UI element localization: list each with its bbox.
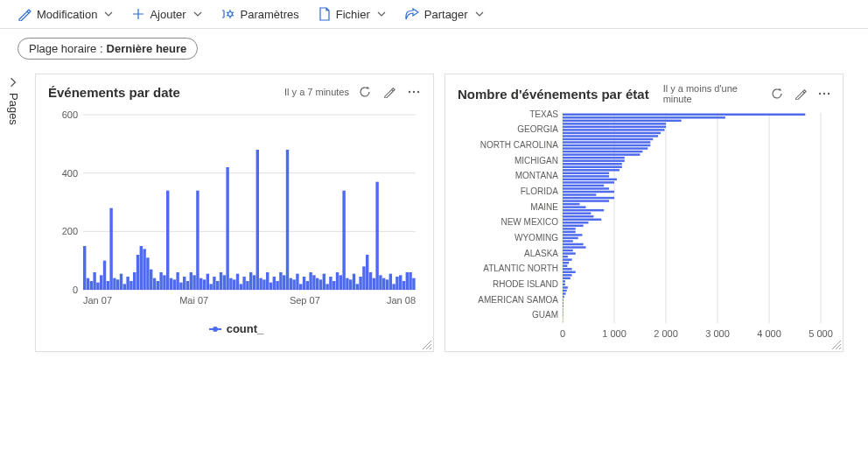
svg-rect-70 (276, 281, 278, 290)
chevron-right-icon[interactable] (8, 77, 18, 88)
svg-rect-102 (382, 278, 385, 290)
svg-rect-66 (262, 279, 265, 290)
svg-rect-60 (242, 277, 245, 290)
refresh-button[interactable] (769, 85, 786, 102)
svg-rect-80 (309, 272, 312, 290)
svg-text:5 000: 5 000 (808, 328, 833, 339)
svg-rect-111 (412, 278, 415, 290)
svg-rect-58 (236, 274, 239, 290)
svg-rect-188 (563, 258, 572, 260)
svg-rect-189 (563, 262, 569, 264)
svg-rect-177 (563, 231, 576, 233)
svg-rect-96 (362, 266, 365, 290)
svg-rect-24 (123, 284, 126, 290)
svg-rect-95 (359, 277, 361, 290)
svg-text:Mai 07: Mai 07 (179, 295, 208, 306)
svg-rect-57 (233, 279, 235, 290)
svg-rect-31 (146, 257, 149, 290)
resize-handle[interactable] (832, 341, 841, 349)
svg-rect-56 (229, 278, 232, 290)
svg-rect-135 (563, 123, 666, 124)
svg-rect-37 (166, 191, 169, 290)
svg-rect-181 (563, 240, 573, 242)
svg-rect-61 (246, 281, 248, 290)
svg-rect-46 (196, 191, 199, 290)
svg-text:Jan 07: Jan 07 (83, 295, 112, 306)
svg-text:NEW MEXICO: NEW MEXICO (500, 217, 558, 227)
svg-rect-19 (107, 281, 109, 290)
svg-rect-134 (563, 120, 682, 122)
timerange-pill[interactable]: Plage horaire : Dernière heure (18, 38, 198, 60)
svg-rect-191 (563, 268, 572, 270)
svg-rect-48 (203, 279, 206, 290)
share-label: Partager (424, 8, 468, 21)
svg-text:Sep 07: Sep 07 (290, 295, 320, 306)
svg-text:MONTANA: MONTANA (515, 171, 559, 180)
svg-rect-170 (563, 212, 591, 214)
more-button[interactable] (816, 85, 832, 102)
plus-icon (132, 8, 144, 20)
svg-rect-68 (270, 283, 272, 290)
chart-legend: count_ (48, 322, 424, 335)
card-timestamp: Il y a moins d'une minute (663, 83, 762, 104)
svg-rect-65 (259, 278, 262, 290)
refresh-button[interactable] (356, 83, 374, 101)
svg-text:FLORIDA: FLORIDA (521, 186, 559, 196)
svg-rect-26 (130, 281, 132, 290)
svg-rect-140 (563, 135, 658, 137)
svg-rect-36 (163, 275, 165, 290)
svg-rect-43 (186, 281, 189, 290)
resize-handle[interactable] (423, 341, 431, 349)
svg-point-1 (409, 91, 410, 93)
svg-rect-54 (223, 275, 226, 290)
svg-rect-15 (93, 272, 95, 290)
svg-rect-143 (563, 144, 650, 146)
svg-rect-47 (200, 278, 202, 290)
svg-rect-79 (306, 281, 309, 290)
svg-rect-33 (153, 278, 156, 290)
edit-tile-button[interactable] (381, 83, 398, 101)
file-button[interactable]: Fichier (318, 7, 386, 21)
svg-rect-100 (375, 182, 378, 290)
svg-rect-12 (83, 246, 86, 290)
svg-rect-69 (273, 277, 276, 290)
add-button[interactable]: Ajouter (132, 8, 201, 21)
svg-rect-131 (563, 114, 805, 116)
svg-rect-139 (563, 132, 661, 134)
svg-rect-74 (290, 278, 292, 290)
more-button[interactable] (405, 83, 423, 101)
svg-text:ATLANTIC NORTH: ATLANTIC NORTH (483, 264, 558, 273)
svg-rect-88 (336, 272, 339, 290)
svg-rect-136 (563, 126, 666, 128)
svg-rect-178 (563, 234, 582, 236)
svg-rect-87 (332, 281, 335, 290)
svg-rect-52 (216, 281, 219, 290)
card-events-by-state: Nombre d'événements par état Il y a moin… (444, 74, 844, 352)
svg-rect-53 (220, 272, 222, 290)
svg-text:0: 0 (560, 328, 565, 339)
svg-text:NORTH CAROLINA: NORTH CAROLINA (480, 140, 559, 150)
svg-rect-159 (563, 185, 604, 186)
edit-tile-button[interactable] (793, 85, 809, 102)
svg-rect-14 (90, 281, 93, 290)
svg-rect-157 (563, 179, 617, 180)
svg-rect-97 (366, 255, 368, 290)
share-button[interactable]: Partager (405, 8, 484, 21)
svg-rect-190 (563, 264, 567, 266)
svg-rect-206 (563, 305, 564, 306)
svg-rect-161 (563, 191, 614, 193)
svg-rect-195 (563, 278, 570, 279)
svg-rect-185 (563, 252, 576, 254)
params-button[interactable]: Paramètres (221, 7, 299, 21)
svg-rect-158 (563, 181, 614, 183)
chevron-down-icon (475, 10, 484, 18)
svg-rect-133 (563, 116, 725, 118)
pages-label[interactable]: Pages (7, 93, 20, 125)
svg-rect-59 (240, 284, 242, 290)
svg-rect-101 (379, 275, 382, 290)
svg-rect-77 (299, 284, 302, 290)
svg-rect-84 (323, 274, 326, 290)
edit-button[interactable]: Modification (18, 7, 113, 21)
svg-rect-194 (563, 274, 572, 276)
svg-rect-148 (563, 157, 625, 158)
